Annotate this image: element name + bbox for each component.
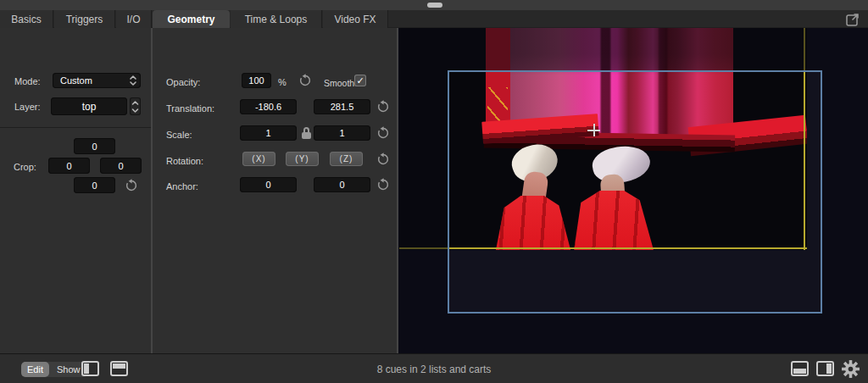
anchor-reset-icon[interactable] — [376, 178, 390, 192]
rotation-x-button[interactable]: (X) — [242, 152, 275, 166]
geometry-preview-stage[interactable] — [398, 28, 868, 353]
rotation-label: Rotation: — [166, 156, 203, 166]
cue-basics-panel: Mode: Custom Layer: top 0 Crop: 0 0 0 — [0, 28, 151, 353]
crop-reset-icon[interactable] — [125, 179, 138, 192]
translation-label: Translation: — [166, 103, 214, 114]
stepper-up-icon[interactable] — [131, 99, 140, 107]
rotation-z-button[interactable]: (Z) — [330, 152, 363, 166]
crop-top-field[interactable]: 0 — [74, 138, 115, 154]
smooth-checkbox[interactable]: ✓ — [354, 75, 366, 86]
tab-io[interactable]: I/O — [116, 10, 152, 28]
geometry-panel: Opacity: 100 % Smooth: ✓ Translation: -1… — [153, 28, 397, 353]
anchor-label: Anchor: — [166, 181, 198, 192]
edit-show-toggle: Edit Show — [21, 362, 88, 377]
crop-left-field[interactable]: 0 — [48, 158, 90, 174]
stepper-down-icon[interactable] — [131, 107, 140, 114]
crop-right-field[interactable]: 0 — [100, 158, 142, 174]
offstage-dim-overlay — [399, 28, 807, 70]
mode-dropdown[interactable]: Custom — [53, 73, 141, 88]
layer-field[interactable]: top — [51, 97, 127, 115]
drag-handle[interactable] — [427, 3, 442, 8]
opacity-unit: % — [278, 77, 287, 87]
translation-x-field[interactable]: -180.6 — [240, 99, 297, 114]
layer-stepper[interactable] — [130, 97, 141, 115]
panel-divider — [0, 127, 151, 128]
tab-basics[interactable]: Basics — [0, 10, 53, 28]
edit-mode-button[interactable]: Edit — [21, 362, 49, 377]
toggle-left-panel-icon[interactable] — [81, 361, 99, 376]
qlab-window: Basics Triggers I/O Geometry Time & Loop… — [0, 0, 868, 383]
scale-x-field[interactable]: 1 — [240, 125, 297, 141]
crop-bottom-field[interactable]: 0 — [74, 177, 115, 193]
mode-label: Mode: — [14, 76, 41, 86]
open-in-window-icon[interactable] — [844, 11, 861, 28]
scale-lock-icon[interactable] — [301, 127, 312, 139]
cue-count-status: 8 cues in 2 lists and carts — [0, 354, 868, 383]
anchor-y-field[interactable]: 0 — [314, 177, 370, 192]
rotation-y-button[interactable]: (Y) — [286, 152, 319, 166]
scale-reset-icon[interactable] — [376, 126, 390, 140]
tab-triggers[interactable]: Triggers — [54, 10, 115, 28]
toggle-top-panel-icon[interactable] — [110, 361, 128, 376]
settings-gear-icon[interactable] — [841, 359, 860, 379]
crop-label: Crop: — [14, 162, 36, 172]
anchor-x-field[interactable]: 0 — [240, 177, 297, 192]
rotation-reset-icon[interactable] — [376, 153, 390, 166]
scale-label: Scale: — [166, 130, 192, 140]
tab-video-fx[interactable]: Video FX — [323, 10, 388, 28]
translation-y-field[interactable]: 281.5 — [314, 99, 370, 114]
tab-geometry[interactable]: Geometry — [153, 10, 230, 28]
popup-chevrons-icon — [128, 74, 138, 87]
opacity-reset-icon[interactable] — [298, 74, 312, 87]
status-bar: 8 cues in 2 lists and carts Edit Show — [0, 353, 868, 383]
opacity-field[interactable]: 100 — [242, 73, 271, 88]
layer-label: Layer: — [14, 102, 41, 112]
scale-y-field[interactable]: 1 — [314, 125, 370, 141]
surface-outline — [448, 70, 822, 314]
smooth-label: Smooth: — [324, 78, 357, 88]
opacity-label: Opacity: — [166, 77, 200, 87]
offstage-dim-overlay — [399, 70, 448, 250]
toggle-bottom-panel-icon[interactable] — [791, 361, 809, 376]
tab-time-loops[interactable]: Time & Loops — [231, 10, 322, 28]
toggle-right-panel-icon[interactable] — [816, 361, 834, 376]
inspector-tab-bar: Basics Triggers I/O Geometry Time & Loop… — [0, 10, 868, 28]
translation-reset-icon[interactable] — [376, 100, 390, 114]
